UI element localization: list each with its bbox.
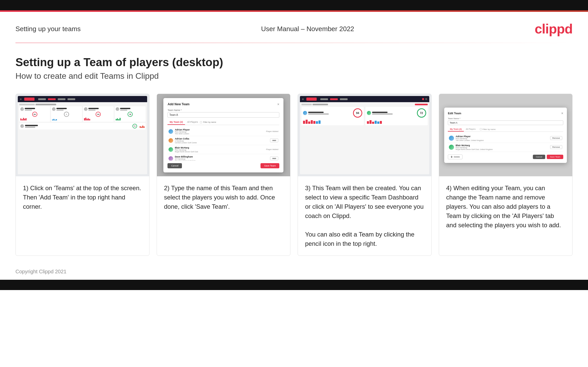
delete-team-button[interactable]: 🗑 Delete	[448, 154, 463, 159]
copyright-text: Copyright Clippd 2021	[15, 269, 66, 274]
cards-row: 84	[0, 89, 588, 266]
page-footer: Copyright Clippd 2021	[0, 266, 588, 280]
edit-team-name-label: Team Name *	[448, 117, 563, 120]
player-club-1: Plus HandicapThe Shire London	[175, 131, 266, 135]
header: Setting up your teams User Manual – Nove…	[0, 12, 588, 43]
page-title-section: Setting up a Team of players (desktop) H…	[0, 43, 588, 89]
edit-filter-checkbox[interactable]	[480, 128, 482, 130]
ss3-avatar-1	[303, 111, 307, 115]
add-player-btn-2[interactable]: Add	[270, 138, 278, 142]
ss3-nav	[300, 96, 429, 102]
top-bar	[0, 0, 588, 10]
edit-modal-close-icon[interactable]: ×	[561, 111, 563, 115]
remove-player-btn-2[interactable]: Remove	[550, 145, 562, 149]
player-row-1: Adrian Player Plus HandicapThe Shire Lon…	[167, 127, 279, 136]
page-subtitle: How to create and edit Teams in Clippd	[15, 71, 573, 81]
edit-player-row-2: Blair McHarg Plus HandicapRoyal North De…	[448, 143, 563, 152]
ss1-nav	[18, 96, 147, 102]
card-2: Add New Team × Team Name * Team A My Tea…	[157, 94, 291, 256]
ss3-dot	[302, 98, 304, 100]
delete-label: Delete	[454, 156, 460, 158]
edit-player-avatar-1	[449, 136, 454, 141]
card-3-screenshot: 94	[298, 94, 431, 176]
card-4-screenshot: Edit Team × Team Name * Team A My Team (…	[439, 94, 573, 176]
ss1-bars-4	[116, 117, 144, 120]
add-new-team-modal: Add New Team × Team Name * Team A My Tea…	[163, 98, 283, 172]
edit-player-club-2: Plus HandicapRoyal North Devon Golf Club…	[456, 147, 550, 150]
ss1-nav-items	[38, 98, 75, 100]
player-row-4: Dave Billingham 3.5 HandicapThe Ding Mai…	[167, 154, 279, 161]
edit-tab-all-players[interactable]: All Players	[464, 127, 478, 132]
ss1-name-3	[88, 108, 99, 109]
ss1-dot	[20, 98, 22, 100]
ss3-content: 94	[300, 102, 429, 174]
ss3-name-block-1	[308, 112, 352, 115]
edit-player-name-2: Blair McHarg	[456, 144, 550, 147]
tab-all-players[interactable]: All Players	[185, 120, 200, 125]
players-list: Adrian Player Plus HandicapThe Shire Lon…	[167, 127, 279, 161]
edit-team-name-input[interactable]: Team A	[448, 120, 563, 125]
player-status-added-1: Player Added	[266, 130, 279, 133]
tab-my-team[interactable]: My Team (2)	[167, 120, 185, 125]
edit-filter-by-name[interactable]: Filter by name	[478, 127, 498, 132]
ss1-bottom-player: 72	[19, 123, 146, 129]
card-2-screenshot: Add New Team × Team Name * Team A My Tea…	[157, 94, 290, 176]
player-name-2: Adrian Colba	[175, 137, 270, 140]
ss3-avatar-2	[367, 111, 371, 115]
filter-checkbox[interactable]	[200, 121, 202, 123]
ss1-name-4	[120, 108, 130, 109]
edit-player-info-1: Adrian Player Plus HandicapThe Shire Lon…	[456, 135, 550, 141]
edit-modal-header: Edit Team ×	[448, 111, 563, 115]
edit-player-avatar-2	[449, 145, 454, 150]
ss1-name-2	[56, 108, 67, 109]
ss1-content: 84	[18, 102, 147, 174]
ss3-name-block-2	[372, 112, 416, 115]
ss1-players-grid: 84	[19, 106, 146, 122]
ss1-player-1: 84	[19, 106, 50, 122]
cancel-button[interactable]: Cancel	[167, 163, 182, 168]
card-1-screenshot: 84	[16, 94, 149, 176]
ss1-nav-item-active	[48, 98, 56, 100]
modal-tabs: My Team (2) All Players Filter by name	[167, 120, 279, 125]
edit-tab-my-team[interactable]: My Team (2)	[448, 127, 464, 132]
ss1-score-4: 78	[128, 112, 133, 117]
player-name-1: Adrian Player	[175, 128, 266, 131]
card-3-text: 3) This Team will then be created. You c…	[298, 176, 431, 256]
player-avatar-2	[169, 138, 173, 143]
edit-cancel-button[interactable]: Cancel	[533, 155, 545, 159]
ss1-player-3: 94	[83, 106, 114, 122]
player-club-2: 1 HandicapCentral London Golf Centre	[175, 140, 270, 144]
ss1-bars-2	[52, 117, 81, 120]
ss1-score-3: 94	[96, 112, 101, 117]
card-1: 84	[15, 94, 149, 256]
ss3-player-2: 72	[365, 107, 428, 125]
ss1-nav-item	[38, 98, 46, 100]
edit-modal-footer: 🗑 Delete Cancel Save Team	[448, 154, 563, 159]
player-club-4: 3.5 HandicapThe Ding Maing Golf Club	[175, 158, 270, 161]
save-team-button[interactable]: Save Team	[261, 163, 279, 168]
edit-player-name-1: Adrian Player	[456, 135, 550, 138]
ss1-avatar-3	[84, 107, 88, 111]
card-2-text: 2) Type the name of this Team and then s…	[157, 176, 290, 256]
player-avatar-4	[169, 156, 173, 161]
ss1-nav-item	[58, 98, 65, 100]
modal-close-icon[interactable]: ×	[277, 102, 279, 106]
edit-save-team-button[interactable]: Save Team	[547, 155, 563, 159]
modal-header: Add New Team ×	[167, 102, 279, 106]
add-player-btn-4[interactable]: Add	[270, 156, 278, 160]
ss3-player-header-2: 72	[367, 108, 426, 118]
remove-player-btn-1[interactable]: Remove	[550, 136, 562, 140]
ss1-avatar-1	[20, 107, 24, 111]
player-avatar-1	[169, 129, 173, 134]
player-row-3: Blair McHarg Plus HandicapRoyal North De…	[167, 145, 279, 154]
modal-title: Add New Team	[167, 102, 189, 106]
ss1-avatar-5	[20, 124, 24, 128]
ss1-avatar-4	[116, 107, 119, 111]
header-logo: clippd	[535, 21, 573, 37]
team-name-input[interactable]: Team A	[167, 112, 279, 118]
player-status-added-3: Player Added	[266, 148, 279, 151]
player-info-4: Dave Billingham 3.5 HandicapThe Ding Mai…	[175, 155, 270, 161]
filter-by-name[interactable]: Filter by name	[200, 120, 216, 125]
ss3-bars2-1	[303, 119, 362, 124]
ss3-nav-items	[320, 98, 348, 100]
